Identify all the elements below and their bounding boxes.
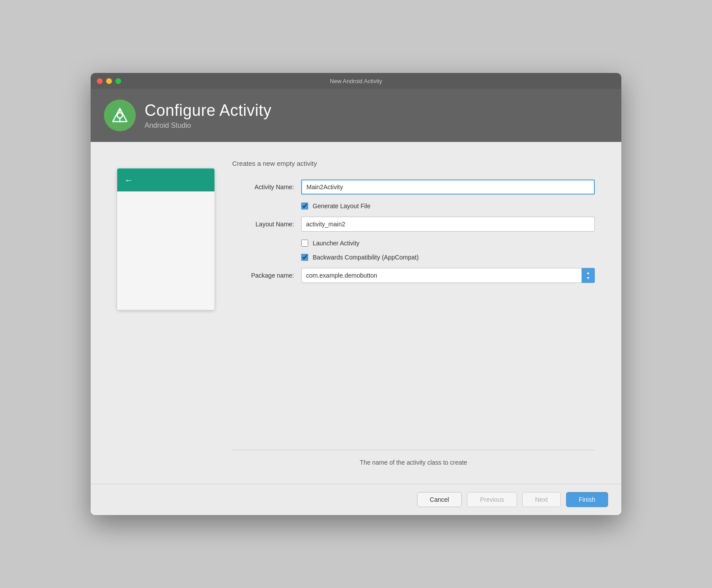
back-arrow-icon: ← (124, 175, 133, 185)
app-name: Android Studio (145, 122, 272, 130)
android-studio-logo (104, 99, 136, 131)
page-title: Configure Activity (145, 101, 272, 120)
footer: Cancel Previous Next Finish (91, 484, 621, 515)
backwards-compat-row: Backwards Compatibility (AppCompat) (301, 254, 595, 261)
close-button[interactable] (97, 78, 103, 84)
hint-text: The name of the activity class to create (232, 459, 595, 466)
logo-icon (110, 106, 130, 125)
phone-header: ← (117, 168, 214, 191)
form-divider (232, 450, 595, 450)
package-name-select[interactable]: com.example.demobutton (301, 268, 595, 283)
generate-layout-checkbox[interactable] (301, 202, 308, 210)
activity-name-input[interactable] (301, 179, 595, 195)
content-area: ← Creates a new empty activity Activity … (91, 142, 621, 484)
layout-name-row: Layout Name: (232, 217, 595, 232)
generate-layout-label: Generate Layout File (313, 202, 371, 210)
form-panel: Creates a new empty activity Activity Na… (232, 160, 595, 466)
maximize-button[interactable] (115, 78, 121, 84)
phone-mockup: ← (117, 168, 214, 310)
backwards-compat-checkbox[interactable] (301, 254, 308, 261)
package-name-label: Package name: (232, 272, 294, 279)
phone-body (117, 191, 214, 310)
launcher-activity-label: Launcher Activity (313, 240, 360, 247)
minimize-button[interactable] (106, 78, 112, 84)
launcher-activity-row: Launcher Activity (301, 240, 595, 247)
activity-name-label: Activity Name: (232, 183, 294, 191)
previous-button[interactable]: Previous (467, 492, 517, 507)
backwards-compat-label: Backwards Compatibility (AppCompat) (313, 254, 419, 261)
generate-layout-row: Generate Layout File (301, 202, 595, 210)
package-name-row: Package name: com.example.demobutton ▲ ▼ (232, 268, 595, 283)
launcher-activity-checkbox[interactable] (301, 240, 308, 247)
header-section: Configure Activity Android Studio (91, 89, 621, 142)
header-text-group: Configure Activity Android Studio (145, 101, 272, 130)
finish-button[interactable]: Finish (566, 492, 608, 507)
next-button[interactable]: Next (522, 492, 561, 507)
main-window: New Android Activity Configure Activity … (91, 73, 621, 515)
preview-panel: ← (117, 160, 214, 466)
form-description: Creates a new empty activity (232, 160, 595, 167)
activity-name-row: Activity Name: (232, 179, 595, 195)
layout-name-label: Layout Name: (232, 221, 294, 228)
window-title: New Android Activity (330, 78, 382, 84)
cancel-button[interactable]: Cancel (417, 492, 462, 507)
layout-name-input[interactable] (301, 217, 595, 232)
package-name-select-wrapper: com.example.demobutton ▲ ▼ (301, 268, 595, 283)
window-controls (97, 78, 121, 84)
titlebar: New Android Activity (91, 73, 621, 89)
